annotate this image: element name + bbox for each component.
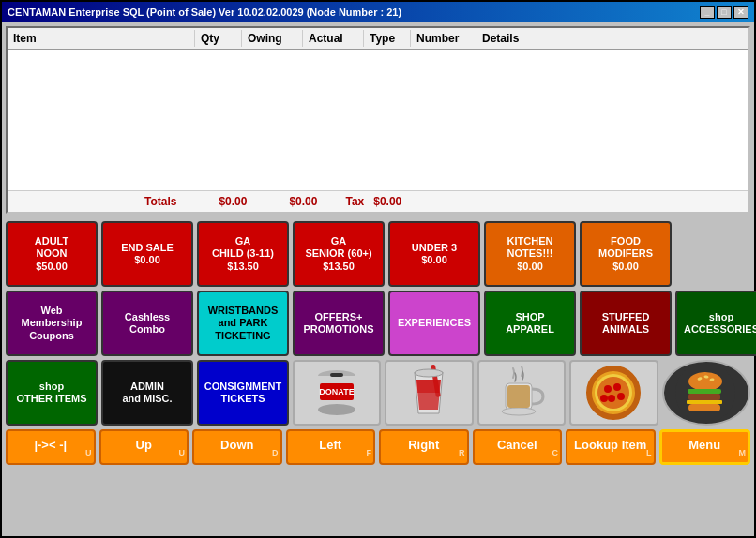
svg-point-24 — [688, 372, 722, 391]
svg-rect-3 — [330, 373, 343, 377]
header-type: Type — [364, 30, 411, 47]
nav-menu-label: Menu — [688, 438, 720, 452]
totals-label: Totals — [144, 195, 176, 208]
tax-label: Tax — [345, 195, 364, 208]
nav-up-button[interactable]: Up U — [99, 429, 189, 465]
svg-point-19 — [613, 383, 621, 391]
nav-lookup-button[interactable]: Lookup Item L — [566, 429, 656, 465]
nav-down-label: Down — [220, 438, 253, 452]
wristbands-button[interactable]: WRISTBANDSand PARKTICKETING — [197, 291, 289, 356]
header-item: Item — [8, 30, 195, 47]
nav-back-shortcut: U — [85, 448, 92, 457]
under3-button[interactable]: UNDER 3$0.00 — [388, 221, 480, 287]
totals-row: Totals $0.00 $0.00 Tax $0.00 — [8, 190, 748, 212]
button-row-2: WebMembershipCoupons CashlessCombo WRIST… — [6, 291, 750, 356]
nav-left-button[interactable]: Left F — [286, 429, 376, 465]
svg-point-8 — [415, 369, 443, 377]
nav-menu-button[interactable]: Menu M — [659, 429, 751, 465]
nav-right-shortcut: R — [459, 448, 465, 457]
svg-point-20 — [608, 395, 615, 402]
coffee-button[interactable] — [477, 360, 566, 426]
shop-apparel-button[interactable]: SHOPAPPAREL — [484, 291, 576, 356]
svg-rect-28 — [688, 389, 721, 394]
nav-row: |->< -| U Up U Down D Left F Right R Can… — [6, 429, 750, 467]
nav-left-label: Left — [319, 438, 341, 452]
svg-text:DONATE: DONATE — [319, 387, 354, 396]
burger-button[interactable] — [662, 360, 750, 426]
burger-icon — [675, 363, 736, 424]
grid-header: Item Qty Owing Actual Type Number Detail… — [8, 28, 748, 50]
nav-up-label: Up — [136, 438, 152, 452]
window-title: CENTAMAN Enterprise SQL (Point of Sale) … — [8, 7, 401, 18]
nav-right-label: Right — [408, 438, 439, 452]
nav-cancel-shortcut: C — [552, 448, 559, 457]
svg-rect-30 — [687, 400, 722, 404]
experiences-button[interactable]: EXPERIENCES — [388, 291, 480, 356]
svg-rect-29 — [688, 394, 720, 400]
header-number: Number — [411, 30, 476, 47]
tax-value: $0.00 — [373, 195, 401, 208]
nav-cancel-label: Cancel — [497, 438, 537, 452]
donate-icon: DONATE — [311, 365, 363, 421]
header-details: Details — [476, 30, 748, 47]
consignment-tickets-button[interactable]: CONSIGNMENTTICKETS — [197, 360, 289, 426]
nav-left-shortcut: F — [367, 448, 372, 457]
minimize-button[interactable]: _ — [700, 6, 715, 19]
donate-button[interactable]: DONATE — [293, 360, 381, 426]
svg-point-12 — [502, 408, 536, 415]
svg-rect-13 — [507, 385, 530, 408]
owing-total: $0.00 — [195, 195, 247, 208]
title-bar: CENTAMAN Enterprise SQL (Point of Sale) … — [2, 2, 754, 22]
maximize-button[interactable]: □ — [717, 6, 732, 19]
actual-total: $0.00 — [265, 195, 317, 208]
button-row-1: ADULTNOON$50.00 END SALE$0.00 GACHILD (3… — [6, 221, 750, 287]
nav-menu-shortcut: M — [739, 448, 747, 457]
end-sale-button[interactable]: END SALE$0.00 — [101, 221, 193, 287]
ga-child-button[interactable]: GACHILD (3-11)$13.50 — [197, 221, 289, 287]
nav-down-button[interactable]: Down D — [192, 429, 282, 465]
food-modifers-button[interactable]: FOODMODIFERS$0.00 — [580, 221, 672, 287]
header-owing: Owing — [242, 30, 303, 47]
button-grid: ADULTNOON$50.00 END SALE$0.00 GACHILD (3… — [2, 217, 754, 471]
admin-misc-button[interactable]: ADMINand MISC. — [101, 360, 193, 426]
button-row-3: shopOTHER ITEMS ADMINand MISC. CONSIGNME… — [6, 360, 750, 426]
coffee-icon — [496, 365, 548, 421]
svg-point-18 — [604, 385, 612, 393]
svg-point-21 — [617, 393, 625, 400]
nav-lookup-label: Lookup Item — [574, 438, 646, 452]
shop-accessories-button[interactable]: shopACCESSORIES — [675, 291, 756, 356]
svg-marker-10 — [416, 380, 441, 393]
cashless-combo-button[interactable]: CashlessCombo — [101, 291, 193, 356]
main-window: CENTAMAN Enterprise SQL (Point of Sale) … — [0, 0, 756, 538]
close-button[interactable]: ✕ — [733, 6, 748, 19]
transaction-grid: Item Qty Owing Actual Type Number Detail… — [6, 26, 750, 214]
nav-up-shortcut: U — [179, 448, 186, 457]
header-actual: Actual — [303, 30, 364, 47]
stuffed-animals-button[interactable]: STUFFEDANIMALS — [580, 291, 672, 356]
adult-noon-button[interactable]: ADULTNOON$50.00 — [6, 221, 98, 287]
ga-senior-button[interactable]: GASENIOR (60+)$13.50 — [293, 221, 385, 287]
nav-lookup-shortcut: L — [646, 448, 652, 457]
grid-body — [8, 50, 748, 190]
drink-icon — [403, 365, 455, 421]
svg-rect-31 — [688, 404, 720, 411]
web-membership-button[interactable]: WebMembershipCoupons — [6, 291, 98, 356]
window-controls: _ □ ✕ — [700, 6, 748, 19]
drink-button[interactable] — [385, 360, 473, 426]
svg-point-2 — [318, 404, 355, 415]
offers-button[interactable]: OFFERS+PROMOTIONS — [293, 291, 385, 356]
nav-right-button[interactable]: Right R — [379, 429, 469, 465]
svg-point-22 — [600, 395, 608, 402]
shop-other-button[interactable]: shopOTHER ITEMS — [6, 360, 98, 426]
kitchen-notes-button[interactable]: KITCHENNOTES!!!$0.00 — [484, 221, 576, 287]
nav-down-shortcut: D — [272, 448, 279, 457]
svg-point-17 — [597, 377, 629, 409]
pizza-button[interactable] — [569, 360, 658, 426]
nav-back-button[interactable]: |->< -| U — [6, 429, 96, 465]
pizza-icon — [585, 365, 642, 421]
nav-back-label: |->< -| — [34, 438, 67, 452]
header-qty: Qty — [195, 30, 242, 47]
nav-cancel-button[interactable]: Cancel C — [473, 429, 563, 465]
